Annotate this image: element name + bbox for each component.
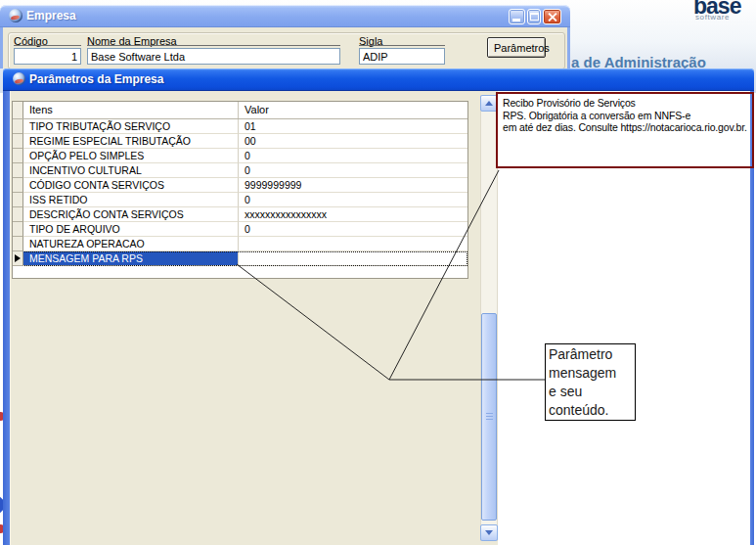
window-border bbox=[3, 91, 10, 545]
row-valor-cell[interactable]: 0 bbox=[239, 149, 467, 163]
table-row[interactable]: REGIME ESPECIAL TRIBUTAÇÃO 00 bbox=[13, 134, 467, 149]
row-item-cell[interactable]: CÓDIGO CONTA SERVIÇOS bbox=[23, 178, 239, 193]
parametros-titlebar[interactable]: Parâmetros da Empresa bbox=[3, 68, 754, 91]
nome-underline bbox=[87, 45, 340, 46]
chevron-up-icon bbox=[485, 101, 493, 106]
row-item-cell[interactable]: OPÇÃO PELO SIMPLES bbox=[23, 149, 239, 163]
row-valor-cell[interactable] bbox=[239, 237, 467, 251]
maximize-button[interactable] bbox=[527, 9, 541, 24]
row-valor-cell[interactable]: 00 bbox=[239, 134, 467, 149]
row-selector-cell[interactable] bbox=[13, 119, 23, 134]
row-item-cell[interactable]: INCENTIVO CULTURAL bbox=[23, 163, 239, 178]
table-row[interactable]: OPÇÃO PELO SIMPLES 0 bbox=[13, 149, 467, 163]
note-line: conteúdo. bbox=[549, 401, 635, 420]
empresa-window-icon bbox=[9, 9, 22, 23]
annotation-note-box: Parâmetro mensagem e seu conteúdo. bbox=[545, 343, 636, 421]
table-row[interactable]: NATUREZA OPERACAO bbox=[13, 237, 467, 251]
minimize-button[interactable] bbox=[509, 9, 525, 24]
nome-empresa-field[interactable] bbox=[87, 48, 340, 65]
row-item-cell[interactable]: REGIME ESPECIAL TRIBUTAÇÃO bbox=[23, 134, 239, 149]
row-valor-cell[interactable]: 9999999999 bbox=[239, 178, 467, 193]
current-row-marker-icon bbox=[15, 254, 21, 262]
row-selector-cell[interactable] bbox=[13, 149, 23, 163]
note-line: e seu bbox=[549, 383, 635, 401]
row-selector-cell[interactable] bbox=[13, 193, 23, 207]
row-selector-cell[interactable] bbox=[13, 251, 23, 266]
row-item-cell[interactable]: ISS RETIDO bbox=[23, 193, 239, 207]
row-selector-cell[interactable] bbox=[13, 222, 23, 237]
table-row[interactable]: DESCRIÇÃO CONTA SERVIÇOS xxxxxxxxxxxxxxx… bbox=[13, 207, 467, 222]
highlight-rectangle bbox=[496, 92, 754, 168]
row-item-cell[interactable]: DESCRIÇÃO CONTA SERVIÇOS bbox=[23, 207, 239, 222]
scrollbar-grip-icon bbox=[486, 413, 493, 421]
sigla-field[interactable] bbox=[359, 48, 445, 65]
codigo-underline bbox=[14, 45, 81, 46]
note-line: mensagem bbox=[549, 364, 635, 383]
maximize-icon bbox=[530, 13, 539, 21]
row-valor-cell[interactable] bbox=[239, 251, 467, 266]
scroll-down-button[interactable] bbox=[480, 524, 498, 541]
row-valor-cell[interactable]: 0 bbox=[239, 163, 467, 178]
row-item-cell[interactable]: TIPO TRIBUTAÇÃO SERVIÇO bbox=[23, 119, 239, 134]
sigla-underline bbox=[359, 45, 445, 46]
row-selector-cell[interactable] bbox=[13, 134, 23, 149]
empresa-window: Empresa Código Nome da Empresa Sigla Par… bbox=[0, 5, 570, 68]
row-valor-cell[interactable]: xxxxxxxxxxxxxxxx bbox=[239, 207, 467, 222]
parametros-window-title: Parâmetros da Empresa bbox=[29, 72, 163, 86]
row-valor-cell[interactable]: 0 bbox=[239, 222, 467, 237]
grid-header-row: Itens Valor bbox=[13, 102, 467, 119]
row-selector-cell[interactable] bbox=[13, 178, 23, 193]
parameters-grid-body: TIPO TRIBUTAÇÃO SERVIÇO 01 REGIME ESPECI… bbox=[13, 119, 467, 266]
parametros-button[interactable]: Parâmetros bbox=[487, 37, 546, 58]
table-row[interactable]: TIPO TRIBUTAÇÃO SERVIÇO 01 bbox=[13, 119, 467, 134]
codigo-field[interactable] bbox=[14, 48, 81, 65]
table-row[interactable]: INCENTIVO CULTURAL 0 bbox=[13, 163, 467, 178]
empresa-window-body: Código Nome da Empresa Sigla Parâmetros bbox=[0, 27, 570, 68]
table-row[interactable]: TIPO DE ARQUIVO 0 bbox=[13, 222, 467, 237]
row-selector-cell[interactable] bbox=[13, 207, 23, 222]
table-row[interactable]: ISS RETIDO 0 bbox=[13, 193, 467, 207]
column-header-itens[interactable]: Itens bbox=[23, 102, 239, 118]
row-selector-cell[interactable] bbox=[13, 163, 23, 178]
scrollbar-thumb[interactable] bbox=[481, 313, 497, 521]
row-valor-cell[interactable]: 0 bbox=[239, 193, 467, 207]
screen: base software a de Administração Empresa… bbox=[0, 0, 756, 545]
empresa-titlebar[interactable]: Empresa bbox=[0, 5, 570, 27]
minimize-icon bbox=[512, 19, 520, 22]
parameters-grid: Itens Valor TIPO TRIBUTAÇÃO SERVIÇO 01 R… bbox=[12, 101, 468, 279]
chevron-down-icon bbox=[485, 530, 493, 535]
close-button[interactable] bbox=[543, 9, 561, 24]
column-header-valor[interactable]: Valor bbox=[239, 102, 467, 118]
table-row[interactable]: CÓDIGO CONTA SERVIÇOS 9999999999 bbox=[13, 178, 467, 193]
row-selector-cell[interactable] bbox=[13, 237, 23, 251]
base-logo-subtext: software bbox=[695, 13, 730, 22]
empresa-window-title: Empresa bbox=[26, 9, 76, 23]
parametros-window-icon bbox=[13, 72, 25, 85]
table-row[interactable]: MENSAGEM PARA RPS bbox=[13, 251, 467, 266]
row-valor-cell[interactable]: 01 bbox=[239, 119, 467, 134]
row-item-cell[interactable]: NATUREZA OPERACAO bbox=[23, 237, 239, 251]
row-item-cell[interactable]: TIPO DE ARQUIVO bbox=[23, 222, 239, 237]
grid-selector-header bbox=[13, 102, 23, 118]
row-item-cell[interactable]: MENSAGEM PARA RPS bbox=[23, 251, 239, 266]
note-line: Parâmetro bbox=[549, 345, 635, 364]
